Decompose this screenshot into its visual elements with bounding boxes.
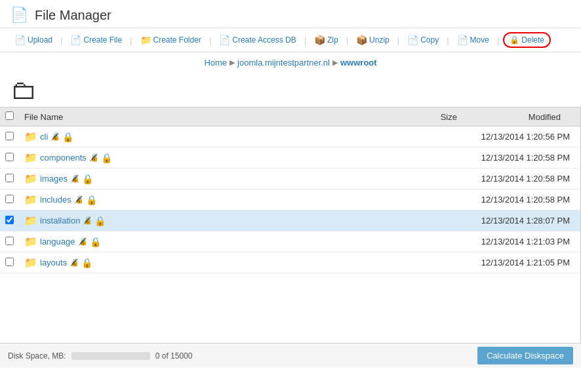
disk-usage-value: 0 of 15000 bbox=[155, 351, 193, 361]
row-checkbox[interactable] bbox=[5, 237, 14, 245]
row-modified-cell: 12/13/2014 1:20:58 PM bbox=[462, 147, 580, 168]
move-button[interactable]: 📄 Move bbox=[453, 33, 493, 47]
row-checkbox-cell[interactable] bbox=[0, 252, 19, 273]
file-link[interactable]: layouts bbox=[40, 258, 67, 267]
disk-space-info: Disk Space, MB: 0 of 15000 bbox=[8, 351, 192, 361]
app-header: 📄 File Manager bbox=[0, 0, 581, 28]
row-checkbox[interactable] bbox=[5, 216, 14, 224]
zip-icon: 📦 bbox=[314, 35, 325, 45]
row-modified-cell: 12/13/2014 1:20:56 PM bbox=[462, 127, 580, 147]
page-title: File Manager bbox=[35, 8, 111, 23]
row-checkbox-cell[interactable] bbox=[0, 147, 19, 168]
file-table: File Name Size Modified 📁 cli 🔏 🔒 12/13/… bbox=[0, 107, 580, 273]
row-size-cell bbox=[410, 210, 462, 231]
row-size-cell bbox=[410, 168, 462, 189]
filename-column-header: File Name bbox=[19, 108, 410, 127]
breadcrumb-current: wwwroot bbox=[340, 58, 377, 68]
folder-icon: 📁 bbox=[24, 214, 37, 227]
breadcrumb-part1[interactable]: joomla.mijntestpartner.nl bbox=[237, 58, 330, 68]
row-checkbox[interactable] bbox=[5, 174, 14, 182]
copy-button[interactable]: 📄 Copy bbox=[403, 33, 443, 47]
file-link[interactable]: cli bbox=[40, 132, 48, 142]
create-file-button[interactable]: 📄 Create File bbox=[66, 33, 126, 47]
permissions-badge: 🔏 bbox=[70, 258, 79, 267]
folder-icon: 📁 bbox=[24, 193, 37, 206]
breadcrumb-home[interactable]: Home bbox=[204, 58, 227, 68]
disk-space-label: Disk Space, MB: bbox=[8, 351, 66, 361]
permissions-badge: 🔏 bbox=[83, 216, 92, 225]
row-name-cell: 📁 includes 🔏 🔒 bbox=[19, 189, 410, 210]
row-modified-cell: 12/13/2014 1:21:05 PM bbox=[462, 252, 580, 273]
toolbar: 📄 Upload | 📄 Create File | 📁 Create Fold… bbox=[0, 28, 581, 52]
row-name-cell: 📁 layouts 🔏 🔒 bbox=[19, 252, 410, 273]
row-checkbox-cell[interactable] bbox=[0, 210, 19, 231]
row-checkbox-cell[interactable] bbox=[0, 168, 19, 189]
table-row: 📁 cli 🔏 🔒 12/13/2014 1:20:56 PM bbox=[0, 127, 580, 147]
row-name-cell: 📁 cli 🔏 🔒 bbox=[19, 127, 410, 147]
size-column-header: Size bbox=[410, 108, 462, 127]
row-checkbox[interactable] bbox=[5, 258, 14, 266]
lock-icon: 🔒 bbox=[86, 195, 97, 205]
row-checkbox[interactable] bbox=[5, 195, 14, 203]
row-checkbox-cell[interactable] bbox=[0, 127, 19, 147]
permissions-badge: 🔏 bbox=[70, 174, 79, 183]
row-size-cell bbox=[410, 231, 462, 252]
access-db-icon: 📄 bbox=[219, 35, 230, 45]
create-folder-icon: 📁 bbox=[140, 35, 151, 45]
select-all-checkbox[interactable] bbox=[5, 111, 14, 120]
select-all-checkbox-header[interactable] bbox=[0, 108, 19, 127]
row-size-cell bbox=[410, 252, 462, 273]
disk-usage-bar bbox=[71, 352, 150, 360]
modified-column-header: Modified bbox=[462, 108, 580, 127]
copy-icon: 📄 bbox=[407, 35, 418, 45]
create-access-db-button[interactable]: 📄 Create Access DB bbox=[215, 33, 300, 47]
lock-icon: 🔒 bbox=[81, 258, 92, 268]
file-link[interactable]: installation bbox=[40, 216, 80, 225]
permissions-badge: 🔏 bbox=[78, 237, 87, 246]
row-modified-cell: 12/13/2014 1:20:58 PM bbox=[462, 189, 580, 210]
table-header-row: File Name Size Modified bbox=[0, 108, 580, 127]
permissions-badge: 🔏 bbox=[89, 153, 98, 162]
row-checkbox-cell[interactable] bbox=[0, 231, 19, 252]
file-link[interactable]: components bbox=[40, 153, 87, 163]
table-row: 📁 components 🔏 🔒 12/13/2014 1:20:58 PM bbox=[0, 147, 580, 168]
folder-icon: 📁 bbox=[24, 130, 37, 143]
row-name-cell: 📁 installation 🔏 🔒 bbox=[19, 210, 410, 231]
row-name-cell: 📁 components 🔏 🔒 bbox=[19, 147, 410, 168]
table-row: 📁 layouts 🔏 🔒 12/13/2014 1:21:05 PM bbox=[0, 252, 580, 273]
row-modified-cell: 12/13/2014 1:28:07 PM bbox=[462, 210, 580, 231]
create-folder-button[interactable]: 📁 Create Folder bbox=[136, 33, 205, 47]
lock-icon: 🔒 bbox=[101, 153, 112, 163]
table-row: 📁 installation 🔏 🔒 12/13/2014 1:28:07 PM bbox=[0, 210, 580, 231]
row-size-cell bbox=[410, 127, 462, 147]
row-size-cell bbox=[410, 189, 462, 210]
permissions-badge: 🔏 bbox=[50, 132, 60, 141]
zip-button[interactable]: 📦 Zip bbox=[310, 33, 342, 47]
row-checkbox[interactable] bbox=[5, 153, 14, 161]
delete-button[interactable]: 🔒 Delete bbox=[503, 32, 551, 48]
status-bar: Disk Space, MB: 0 of 15000 Calculate Dis… bbox=[0, 343, 581, 368]
calculate-diskspace-button[interactable]: Calculate Diskspace bbox=[477, 347, 573, 364]
create-file-icon: 📄 bbox=[70, 35, 81, 45]
unzip-icon: 📦 bbox=[356, 35, 367, 45]
upload-icon: 📄 bbox=[14, 35, 26, 45]
file-link[interactable]: language bbox=[40, 237, 75, 246]
permissions-badge: 🔏 bbox=[74, 195, 83, 204]
row-name-cell: 📁 images 🔏 🔒 bbox=[19, 168, 410, 189]
move-icon: 📄 bbox=[457, 35, 468, 45]
upload-button[interactable]: 📄 Upload bbox=[10, 33, 56, 47]
folder-icon: 📁 bbox=[24, 256, 37, 269]
file-link[interactable]: images bbox=[40, 174, 68, 184]
row-modified-cell: 12/13/2014 1:20:58 PM bbox=[462, 168, 580, 189]
unzip-button[interactable]: 📦 Unzip bbox=[352, 33, 393, 47]
row-checkbox[interactable] bbox=[5, 132, 14, 140]
row-checkbox-cell[interactable] bbox=[0, 189, 19, 210]
file-link[interactable]: includes bbox=[40, 195, 71, 205]
lock-icon: 🔒 bbox=[94, 216, 106, 226]
table-row: 📁 language 🔏 🔒 12/13/2014 1:21:03 PM bbox=[0, 231, 580, 252]
table-row: 📁 includes 🔏 🔒 12/13/2014 1:20:58 PM bbox=[0, 189, 580, 210]
folder-icon: 📁 bbox=[24, 151, 37, 164]
file-manager-icon: 📄 bbox=[10, 7, 28, 24]
current-folder-icon: 🗀 bbox=[0, 73, 581, 107]
file-table-wrapper[interactable]: File Name Size Modified 📁 cli 🔏 🔒 12/13/… bbox=[0, 107, 581, 343]
